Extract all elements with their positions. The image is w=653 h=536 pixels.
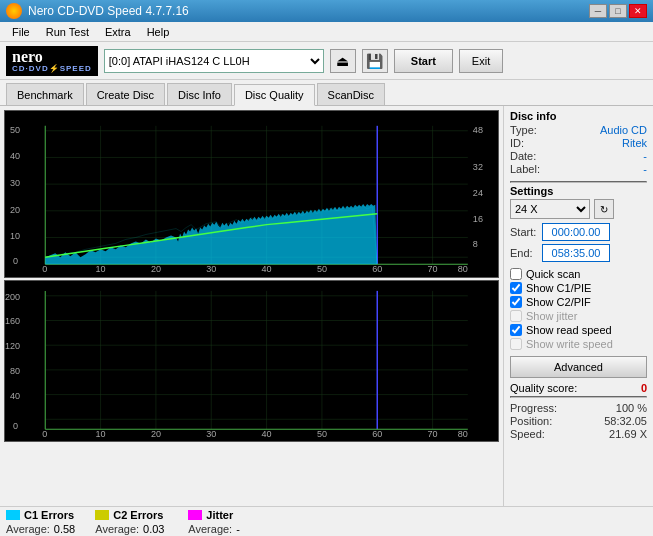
label-value: -	[643, 163, 647, 175]
menu-file[interactable]: File	[4, 24, 38, 40]
minimize-button[interactable]: ─	[589, 4, 607, 18]
c1-title-row: C1 Errors	[6, 509, 75, 521]
show-jitter-checkbox[interactable]	[510, 310, 522, 322]
show-c1-checkbox[interactable]	[510, 282, 522, 294]
date-value: -	[643, 150, 647, 162]
menu-run-test[interactable]: Run Test	[38, 24, 97, 40]
quick-scan-row: Quick scan	[510, 268, 647, 280]
type-value: Audio CD	[600, 124, 647, 136]
disc-info-section: Disc info Type: Audio CD ID: Ritek Date:…	[510, 110, 647, 175]
title-bar: Nero CD-DVD Speed 4.7.7.16 ─ □ ✕	[0, 0, 653, 22]
c2-avg-row: Average: 0.03	[95, 523, 168, 535]
svg-text:70: 70	[428, 429, 438, 439]
tab-benchmark[interactable]: Benchmark	[6, 83, 84, 105]
tab-disc-info[interactable]: Disc Info	[167, 83, 232, 105]
menu-extra[interactable]: Extra	[97, 24, 139, 40]
nero-logo-text: nero	[12, 49, 43, 65]
eject-button[interactable]: ⏏	[330, 49, 356, 73]
date-label: Date:	[510, 150, 536, 162]
speed-select[interactable]: 24 X	[510, 199, 590, 219]
svg-text:0: 0	[42, 264, 47, 274]
quick-scan-checkbox[interactable]	[510, 268, 522, 280]
svg-text:60: 60	[372, 264, 382, 274]
show-write-label: Show write speed	[526, 338, 613, 350]
c1-avg-label: Average:	[6, 523, 50, 535]
speed-value: 21.69 X	[609, 428, 647, 440]
speed-row-prog: Speed: 21.69 X	[510, 428, 647, 440]
speed-row: 24 X ↻	[510, 199, 647, 219]
drive-select[interactable]: [0:0] ATAPI iHAS124 C LL0H	[104, 49, 324, 73]
start-time-input[interactable]	[542, 223, 610, 241]
svg-text:40: 40	[10, 151, 20, 161]
jitter-title-row: Jitter	[188, 509, 246, 521]
svg-text:40: 40	[262, 429, 272, 439]
show-write-checkbox[interactable]	[510, 338, 522, 350]
end-label: End:	[510, 247, 542, 259]
nero-logo: nero CD·DVD⚡SPEED	[6, 46, 98, 76]
svg-text:160: 160	[5, 317, 20, 327]
svg-text:70: 70	[428, 264, 438, 274]
svg-text:20: 20	[151, 264, 161, 274]
show-c2-checkbox[interactable]	[510, 296, 522, 308]
chart-bottom-svg: 200 160 120 80 40 0 0 10 20 30 40 50 60 …	[5, 281, 498, 441]
advanced-button[interactable]: Advanced	[510, 356, 647, 378]
c2-color-swatch	[95, 510, 109, 520]
quality-score-label: Quality score:	[510, 382, 577, 394]
settings-section: Settings 24 X ↻ Start: End:	[510, 185, 647, 262]
end-time-input[interactable]	[542, 244, 610, 262]
maximize-button[interactable]: □	[609, 4, 627, 18]
end-time-row: End:	[510, 244, 647, 262]
toolbar: nero CD·DVD⚡SPEED [0:0] ATAPI iHAS124 C …	[0, 42, 653, 80]
svg-text:50: 50	[317, 264, 327, 274]
menu-bar: File Run Test Extra Help	[0, 22, 653, 42]
show-read-label: Show read speed	[526, 324, 612, 336]
progress-row: Progress: 100 %	[510, 402, 647, 414]
show-jitter-label: Show jitter	[526, 310, 577, 322]
c2-title: C2 Errors	[113, 509, 163, 521]
progress-label: Progress:	[510, 402, 557, 414]
chart-top-svg: 50 40 30 20 10 0 48 32 24 16 8 0 10 20 3…	[5, 111, 498, 277]
tab-disc-quality[interactable]: Disc Quality	[234, 84, 315, 106]
start-time-row: Start:	[510, 223, 647, 241]
c2-legend: C2 Errors Average: 0.03 Maximum: 121 Tot…	[95, 509, 168, 536]
show-write-row: Show write speed	[510, 338, 647, 350]
svg-text:0: 0	[13, 421, 18, 431]
disc-label-row: Label: -	[510, 163, 647, 175]
svg-text:200: 200	[5, 292, 20, 302]
start-label: Start:	[510, 226, 542, 238]
svg-text:30: 30	[206, 264, 216, 274]
main-content: 50 40 30 20 10 0 48 32 24 16 8 0 10 20 3…	[0, 106, 653, 506]
svg-text:10: 10	[96, 264, 106, 274]
save-button[interactable]: 💾	[362, 49, 388, 73]
svg-text:0: 0	[42, 429, 47, 439]
show-read-checkbox[interactable]	[510, 324, 522, 336]
svg-text:8: 8	[473, 239, 478, 249]
c2-avg-value: 0.03	[143, 523, 164, 535]
svg-text:80: 80	[458, 264, 468, 274]
quick-scan-label: Quick scan	[526, 268, 580, 280]
tab-create-disc[interactable]: Create Disc	[86, 83, 165, 105]
svg-text:30: 30	[10, 178, 20, 188]
menu-help[interactable]: Help	[139, 24, 178, 40]
c2-title-row: C2 Errors	[95, 509, 168, 521]
refresh-button[interactable]: ↻	[594, 199, 614, 219]
jitter-avg-row: Average: -	[188, 523, 246, 535]
close-button[interactable]: ✕	[629, 4, 647, 18]
settings-title: Settings	[510, 185, 647, 197]
id-value: Ritek	[622, 137, 647, 149]
svg-text:10: 10	[10, 232, 20, 242]
show-jitter-row: Show jitter	[510, 310, 647, 322]
start-button[interactable]: Start	[394, 49, 453, 73]
svg-text:40: 40	[262, 264, 272, 274]
chart-area: 50 40 30 20 10 0 48 32 24 16 8 0 10 20 3…	[0, 106, 503, 506]
svg-text:30: 30	[206, 429, 216, 439]
svg-text:16: 16	[473, 214, 483, 224]
exit-button[interactable]: Exit	[459, 49, 503, 73]
tab-scandisc[interactable]: ScanDisc	[317, 83, 385, 105]
svg-text:40: 40	[10, 391, 20, 401]
svg-text:10: 10	[96, 429, 106, 439]
progress-value: 100 %	[616, 402, 647, 414]
chart-bottom: 200 160 120 80 40 0 0 10 20 30 40 50 60 …	[4, 280, 499, 442]
c1-avg-value: 0.58	[54, 523, 75, 535]
position-row: Position: 58:32.05	[510, 415, 647, 427]
